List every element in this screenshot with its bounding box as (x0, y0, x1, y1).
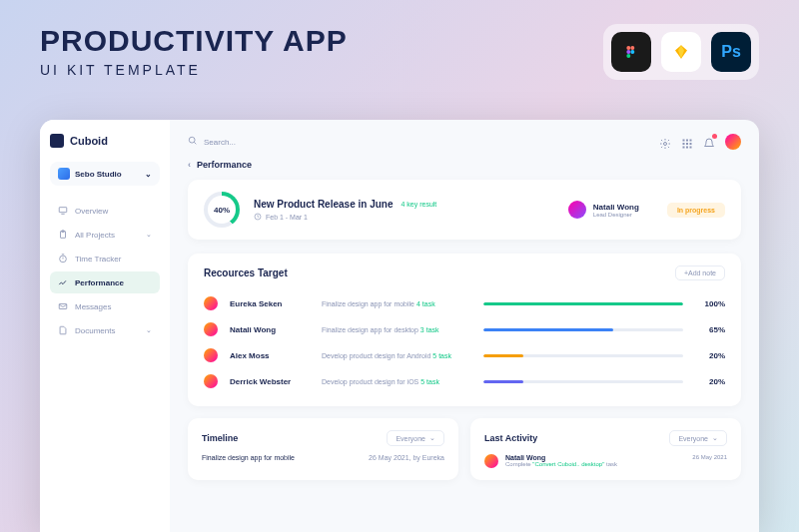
svg-rect-17 (683, 143, 685, 145)
target-row: Derrick WebsterDevelop product design fo… (204, 368, 725, 394)
workspace-icon (58, 168, 70, 180)
timeline-panel: Timeline Everyone ⌄ Finalize design app … (188, 418, 458, 480)
assignee: Natali Wong Lead Designer (568, 201, 639, 219)
svg-point-13 (664, 143, 667, 146)
avatar (204, 348, 218, 362)
timer-icon (58, 254, 68, 264)
perf-title: New Product Release in June (254, 199, 394, 210)
avatar (204, 322, 218, 336)
avatar (568, 201, 586, 219)
svg-rect-19 (690, 143, 692, 145)
app-window: Cuboid Sebo Studio ⌄ OverviewAll Project… (40, 120, 759, 532)
mail-icon (58, 301, 68, 311)
activity-filter[interactable]: Everyone ⌄ (669, 430, 727, 446)
progress-bar (483, 328, 683, 331)
svg-point-1 (626, 50, 630, 54)
svg-rect-18 (686, 143, 688, 145)
brand: Cuboid (50, 134, 160, 148)
hero-subtitle: UI KIT TEMPLATE (40, 62, 348, 78)
activity-panel: Last Activity Everyone ⌄ Natali Wong Com… (470, 418, 741, 480)
brand-icon (50, 134, 64, 148)
topbar: Search... (188, 134, 741, 150)
monitor-icon (58, 206, 68, 216)
nav-all-projects[interactable]: All Projects⌄ (50, 224, 160, 246)
svg-point-0 (626, 46, 630, 50)
nav-time-tracker[interactable]: Time Tracker (50, 248, 160, 269)
svg-rect-22 (690, 147, 692, 149)
svg-point-9 (60, 256, 67, 263)
svg-point-2 (626, 54, 630, 58)
sketch-icon (661, 32, 701, 72)
target-row: Alex MossDevelop product design for Andr… (204, 342, 725, 368)
chevron-down-icon: ⌄ (145, 170, 152, 179)
svg-rect-5 (59, 208, 67, 213)
svg-line-12 (194, 142, 196, 144)
clock-icon (254, 213, 262, 222)
progress-bar (483, 380, 683, 383)
svg-rect-15 (686, 140, 688, 142)
svg-rect-21 (686, 147, 688, 149)
svg-point-3 (630, 46, 634, 50)
bell-icon[interactable] (703, 136, 715, 148)
app-icons: Ps (603, 24, 759, 80)
svg-point-11 (189, 137, 195, 143)
hero-title: PRODUCTIVITY APP (40, 24, 348, 58)
breadcrumb: ‹ Performance (188, 160, 741, 170)
nav-overview[interactable]: Overview (50, 200, 160, 222)
search-icon (188, 136, 198, 148)
nav-performance[interactable]: Performance (50, 271, 160, 293)
chart-icon (58, 277, 68, 287)
avatar (484, 454, 498, 468)
target-row: Natali WongFinalize design app for deskt… (204, 316, 725, 342)
progress-bar (483, 354, 683, 357)
chevron-down-icon: ⌄ (712, 434, 718, 442)
svg-point-4 (630, 50, 634, 54)
chevron-down-icon: ⌄ (146, 231, 152, 239)
search-input[interactable]: Search... (188, 136, 649, 148)
figma-icon (611, 32, 651, 72)
user-avatar[interactable] (725, 134, 741, 150)
grid-icon[interactable] (681, 136, 693, 148)
chevron-down-icon: ⌄ (146, 326, 152, 334)
timeline-filter[interactable]: Everyone ⌄ (387, 430, 444, 446)
performance-card: 40% New Product Release in June 4 key re… (188, 180, 741, 240)
add-note-button[interactable]: +Add note (675, 266, 725, 280)
chevron-down-icon: ⌄ (429, 434, 435, 442)
photoshop-icon: Ps (711, 32, 751, 72)
resources-section: Recources Target +Add note Eureka SekenF… (188, 254, 741, 406)
nav-documents[interactable]: Documents⌄ (50, 319, 160, 341)
svg-rect-20 (683, 147, 685, 149)
nav: OverviewAll Projects⌄Time TrackerPerform… (50, 200, 160, 341)
sidebar: Cuboid Sebo Studio ⌄ OverviewAll Project… (40, 120, 170, 532)
clipboard-icon (58, 230, 68, 240)
svg-rect-14 (683, 140, 685, 142)
target-row: Eureka SekenFinalize design app for mobi… (204, 290, 725, 316)
workspace-selector[interactable]: Sebo Studio ⌄ (50, 162, 160, 186)
nav-messages[interactable]: Messages (50, 295, 160, 317)
avatar (204, 374, 218, 388)
main-content: Search... ‹ Performance 40% (170, 120, 759, 532)
status-badge: In progress (667, 203, 725, 218)
svg-rect-16 (690, 140, 692, 142)
perf-sub: 4 key result (401, 201, 437, 208)
gear-icon[interactable] (659, 136, 671, 148)
avatar (204, 296, 218, 310)
progress-bar (483, 302, 683, 305)
back-icon[interactable]: ‹ (188, 160, 191, 170)
progress-ring: 40% (204, 192, 240, 228)
file-icon (58, 325, 68, 335)
